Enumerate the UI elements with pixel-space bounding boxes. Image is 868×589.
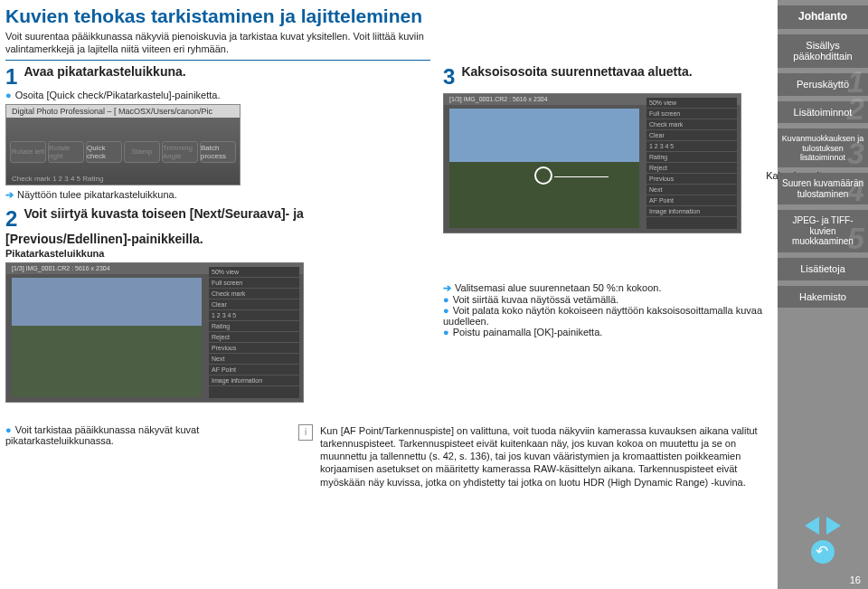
page-title: Kuvien tehokas tarkistaminen ja lajittel… (5, 5, 770, 27)
rating-label-2: Rating (646, 152, 737, 163)
screenshot-zoom: [1/3] IMG_0001.CR2 : 5616 x 2304 50% vie… (443, 93, 741, 233)
step-3-result: Valitsemasi alue suurennetaan 50 %:n kok… (443, 282, 770, 294)
chapter-ghost-5: 5 (847, 221, 864, 256)
page-number: 16 (778, 575, 868, 589)
sidebar-item-index[interactable]: Hakemisto (778, 286, 868, 309)
step-number-2: 2 (5, 206, 17, 232)
step-number-3: 3 (443, 64, 455, 90)
reject-button-2[interactable]: Reject (646, 163, 737, 174)
bottom-note-left: Voit tarkistaa pääikkunassa näkyvät kuva… (5, 424, 199, 446)
qc-image (12, 278, 202, 397)
chapter-ghost-2: 2 (847, 91, 864, 127)
step-1-result: Näyttöön tulee pikatarkasteluikkuna. (5, 189, 430, 201)
stamp-button[interactable]: Stamp (124, 141, 160, 163)
sidebar-item-intro[interactable]: Johdanto (778, 5, 868, 29)
trimming-button[interactable]: Trimming Angle (162, 141, 198, 163)
check-mark-row: Check mark 1 2 3 4 5 Rating (12, 175, 103, 183)
step-2-subhead: Pikatarkasteluikkuna (5, 248, 430, 259)
step-3-heading: Kaksoisosoita suurennettavaa aluetta. (461, 64, 692, 79)
af-point-button-2[interactable]: AF Point (646, 195, 737, 206)
zoom-side-panel: 50% view Full screen Check mark Clear 1 … (646, 98, 737, 229)
step-3-b3: Poistu painamalla [OK]-painiketta. (443, 327, 770, 337)
fullscreen-button[interactable]: Full screen (209, 278, 299, 289)
qc-side-panel: 50% view Full screen Check mark Clear 1 … (209, 267, 299, 398)
intro-text: Voit suurentaa pääikkunassa näkyviä pien… (5, 31, 430, 56)
image-info-button-2[interactable]: Image information (646, 206, 737, 217)
reject-button[interactable]: Reject (209, 332, 299, 343)
bottom-note-right: Kun [AF Point/Tarkennuspiste] on valittu… (320, 424, 770, 489)
chapter-ghost-3: 3 (847, 136, 864, 171)
chapter-sidebar: Johdanto Sisällys pääkohdittain Peruskäy… (778, 0, 868, 589)
step-3: 3 Kaksoisosoita suurennettavaa aluetta. … (443, 64, 770, 337)
previous-button-2[interactable]: Previous (646, 174, 737, 185)
window-titlebar: Digital Photo Professional – [ MacOSX/Us… (6, 105, 240, 118)
info-icon: i (298, 424, 313, 441)
divider (5, 60, 430, 61)
step-1-heading: Avaa pikatarkasteluikkuna. (24, 64, 185, 79)
chapter-ghost-4: 4 (847, 173, 864, 208)
clear-button[interactable]: Clear (209, 299, 299, 310)
fullscreen-button-2[interactable]: Full screen (646, 109, 737, 119)
image-info-button[interactable]: Image information (209, 375, 299, 386)
step-1: 1 Avaa pikatarkasteluikkuna. Osoita [Qui… (5, 64, 430, 201)
sidebar-item-label: JPEG- ja TIFF-kuvien muokkaaminen (792, 215, 854, 246)
sidebar-item-moreinfo[interactable]: Lisätietoja (778, 258, 868, 280)
fifty-view-button-2[interactable]: 50% view (646, 98, 737, 109)
step-3-b2: Voit palata koko näytön kokoiseen näyttö… (443, 305, 770, 327)
sidebar-item-jpegtiff[interactable]: JPEG- ja TIFF-kuvien muokkaaminen5 (778, 210, 868, 252)
rotate-left-button[interactable]: Rotate left (10, 141, 46, 163)
prev-page-button[interactable] (805, 517, 819, 535)
next-button[interactable]: Next (209, 354, 299, 365)
checkmark-numbers[interactable]: 1 2 3 4 5 (209, 310, 299, 321)
sidebar-item-advanced[interactable]: Lisätoiminnot2 (778, 101, 868, 124)
back-button[interactable] (811, 540, 835, 564)
checkmark-label-2: Check mark (646, 119, 737, 130)
checkmark-numbers-2[interactable]: 1 2 3 4 5 (646, 141, 737, 152)
step-number-1: 1 (5, 64, 17, 90)
rotate-right-button[interactable]: Rotate right (48, 141, 84, 163)
sidebar-item-label: Lisätoiminnot (794, 107, 853, 118)
fifty-view-button[interactable]: 50% view (209, 267, 299, 278)
next-button-2[interactable]: Next (646, 185, 737, 195)
sidebar-item-label: Peruskäyttö (797, 79, 849, 90)
step-3-b1: Voit siirtää kuvaa näytössä vetämällä. (443, 294, 770, 305)
af-point-button[interactable]: AF Point (209, 365, 299, 375)
step-2-heading: Voit siirtyä kuvasta toiseen [Next/Seura… (5, 206, 304, 246)
previous-button[interactable]: Previous (209, 343, 299, 354)
sidebar-item-large[interactable]: Suuren kuvamäärän tulostaminen4 (778, 173, 868, 204)
sidebar-item-editprint[interactable]: Kuvanmuokkauksen ja tulostuksen lisätoim… (778, 128, 868, 167)
batch-process-button[interactable]: Batch process (200, 141, 236, 163)
rating-label: Rating (209, 321, 299, 332)
step-1-bullet: Osoita [Quick check/Pikatarkastelu]-pain… (5, 90, 430, 100)
sidebar-item-contents[interactable]: Sisällys pääkohdittain (778, 34, 868, 68)
double-click-marker (534, 166, 552, 185)
checkmark-label: Check mark (209, 289, 299, 299)
next-page-button[interactable] (826, 517, 841, 535)
clear-button-2[interactable]: Clear (646, 130, 737, 141)
step-2: 2 Voit siirtyä kuvasta toiseen [Next/Seu… (5, 206, 430, 403)
screenshot-toolbar: Digital Photo Professional – [ MacOSX/Us… (5, 104, 241, 185)
quick-check-button[interactable]: Quick check (86, 141, 122, 163)
screenshot-quickcheck: [1/3] IMG_0001.CR2 : 5616 x 2304 50% vie… (5, 262, 304, 403)
